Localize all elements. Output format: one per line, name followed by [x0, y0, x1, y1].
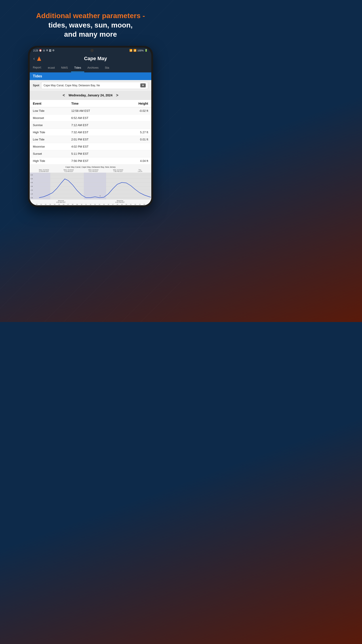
- col-time: Time: [71, 102, 110, 105]
- back-button[interactable]: ‹: [33, 56, 35, 61]
- col-height: Height: [110, 102, 148, 105]
- sail-icon: [37, 56, 41, 61]
- hour-label: 12: [90, 204, 91, 205]
- cell-event: Sunset: [33, 152, 71, 156]
- tides-chart-svg: 6 ft 5 ft 4 ft 3 ft 2 ft 1 ft 0 ft +: [30, 173, 151, 200]
- tab-sta[interactable]: Sta: [102, 64, 112, 72]
- settings-icon: ⚙: [52, 49, 54, 52]
- cell-time: 2:01 PM EST: [71, 138, 110, 141]
- table-row: Low Tide 2:01 PM EST 0.01 ft: [30, 136, 151, 143]
- spot-dropdown[interactable]: Cape May Canal, Cape May, Delaware Bay, …: [41, 82, 148, 89]
- table-row: Moonset 6:52 AM EST: [30, 114, 151, 122]
- cell-event: High Tide: [33, 130, 71, 134]
- chart-bottom-labels: Moonset 6:52 AM EST Moonrise 4:02 PM EST: [30, 200, 151, 204]
- svg-text:0 ft: 0 ft: [31, 197, 33, 198]
- chart-title: Cape May Canal, Cape May, Delaware Bay, …: [30, 166, 151, 168]
- svg-text:+: +: [99, 195, 101, 197]
- tides-table: Event Time Height Low Tide 12:58 AM EST …: [30, 100, 151, 164]
- camera-notch: [90, 49, 94, 52]
- chart-hour-labels: 2300010203040506070809101112131415161718…: [30, 204, 151, 205]
- table-row: High Tide 7:56 PM EST 4.04 ft: [30, 158, 151, 164]
- cell-event: Low Tide: [33, 109, 71, 112]
- cell-height: 5.27 ft: [110, 130, 148, 134]
- hour-label: 03: [49, 204, 51, 205]
- tab-tides[interactable]: Tides: [71, 64, 84, 72]
- cell-event: Moonrise: [33, 145, 71, 148]
- hour-label: 17: [112, 204, 114, 205]
- hour-label: 14: [99, 204, 100, 205]
- hour-label: 09: [76, 204, 78, 205]
- location-icon: ◎: [43, 49, 45, 52]
- header-line2: tides, waves, sun, moon,: [36, 20, 145, 30]
- chart-timestamp: Wed, 01/24/247:56 PM EST: [113, 169, 123, 172]
- battery-icon: 🔋: [145, 49, 148, 52]
- cell-time: 7:56 PM EST: [71, 159, 110, 162]
- tab-nws[interactable]: NWS: [58, 64, 71, 72]
- hour-label: 15: [103, 204, 105, 205]
- chart-area: Cape May Canal, Cape May, Delaware Bay, …: [30, 164, 151, 205]
- battery-text: 100%: [137, 49, 144, 52]
- section-header: Tides: [30, 72, 151, 80]
- svg-text:6 ft: 6 ft: [31, 174, 33, 176]
- table-header: Event Time Height: [30, 100, 151, 107]
- cell-event: Low Tide: [33, 138, 71, 141]
- phone-inner: 2:23 ⏰ ◎ ⬆ 🖼 ⚙ 📶 📶 100% 🔋 ‹ Cape May Re: [30, 48, 151, 205]
- date-nav: < Wednesday, January 24, 2024 >: [30, 91, 151, 100]
- table-rows: Low Tide 12:58 AM EST -0.02 ft Moonset 6…: [30, 107, 151, 164]
- chart-timestamp: Thu,1:42 A: [138, 169, 142, 172]
- hour-label: 07: [67, 204, 69, 205]
- cell-event: Sunrise: [33, 124, 71, 127]
- tab-report-label: Report:: [30, 64, 45, 72]
- table-row: Sunrise 7:12 AM EST: [30, 122, 151, 129]
- hour-label: 19: [121, 204, 123, 205]
- hour-label: 23: [139, 204, 141, 205]
- moonrise-label: Moonrise 4:02 PM EST: [115, 200, 125, 203]
- date-prev-button[interactable]: <: [62, 93, 65, 98]
- chart-timestamp: Wed, 01/24/242:01 PM EST: [88, 169, 98, 172]
- cell-height: 0.01 ft: [110, 138, 148, 141]
- tab-bar: Report: ecast NWS Tides Archives Sta: [30, 64, 151, 72]
- cell-time: 6:52 AM EST: [71, 116, 110, 120]
- svg-text:3 ft: 3 ft: [31, 186, 33, 187]
- cell-height: -0.02 ft: [110, 109, 148, 112]
- cell-time: 4:02 PM EST: [71, 145, 110, 148]
- phone-frame: 2:23 ⏰ ◎ ⬆ 🖼 ⚙ 📶 📶 100% 🔋 ‹ Cape May Re: [28, 46, 153, 207]
- hour-label: 01: [40, 204, 42, 205]
- hour-label: 13: [94, 204, 96, 205]
- svg-text:1 ft: 1 ft: [31, 193, 33, 195]
- hour-label: 05: [58, 204, 60, 205]
- hour-label: 01: [148, 204, 149, 205]
- nav-icon: ⬆: [46, 49, 48, 52]
- table-row: Low Tide 12:58 AM EST -0.02 ft: [30, 107, 151, 114]
- chart-timestamp: Wed, 01/24/247:32 AM EST: [63, 169, 73, 172]
- table-row: Sunset 5:11 PM EST: [30, 150, 151, 158]
- wifi-icon: 📶: [129, 49, 132, 52]
- hour-label: 22: [134, 204, 136, 205]
- dropdown-arrow-icon: ▼: [140, 84, 146, 88]
- hour-label: 20: [126, 204, 127, 205]
- hour-label: 16: [108, 204, 109, 205]
- tab-archives[interactable]: Archives: [84, 64, 102, 72]
- hour-label: 18: [117, 204, 118, 205]
- svg-text:2 ft: 2 ft: [31, 190, 33, 191]
- hour-label: 02: [45, 204, 46, 205]
- cell-height: 4.04 ft: [110, 159, 148, 162]
- app-header: ‹ Cape May: [30, 54, 151, 64]
- date-next-button[interactable]: >: [116, 93, 118, 98]
- app-title: Cape May: [43, 56, 148, 62]
- col-event: Event: [33, 102, 71, 105]
- date-display: Wednesday, January 24, 2024: [69, 94, 112, 97]
- cell-time: 7:12 AM EST: [71, 124, 110, 127]
- hour-label: 11: [85, 204, 87, 205]
- chart-timestamp: Wed, 01/24/2412:58 AM EST: [39, 169, 49, 172]
- svg-text:4 ft: 4 ft: [31, 182, 33, 183]
- hour-label: 00: [36, 204, 37, 205]
- hour-label: 21: [130, 204, 132, 205]
- cell-event: High Tide: [33, 159, 71, 162]
- tab-forecast[interactable]: ecast: [45, 64, 58, 72]
- page-header: Additional weather parameters - tides, w…: [27, 0, 154, 46]
- svg-text:5 ft: 5 ft: [31, 178, 33, 180]
- cell-time: 7:32 AM EST: [71, 130, 110, 134]
- chart-timestamps: Wed, 01/24/2412:58 AM ESTWed, 01/24/247:…: [30, 168, 151, 173]
- table-row: High Tide 7:32 AM EST 5.27 ft: [30, 129, 151, 136]
